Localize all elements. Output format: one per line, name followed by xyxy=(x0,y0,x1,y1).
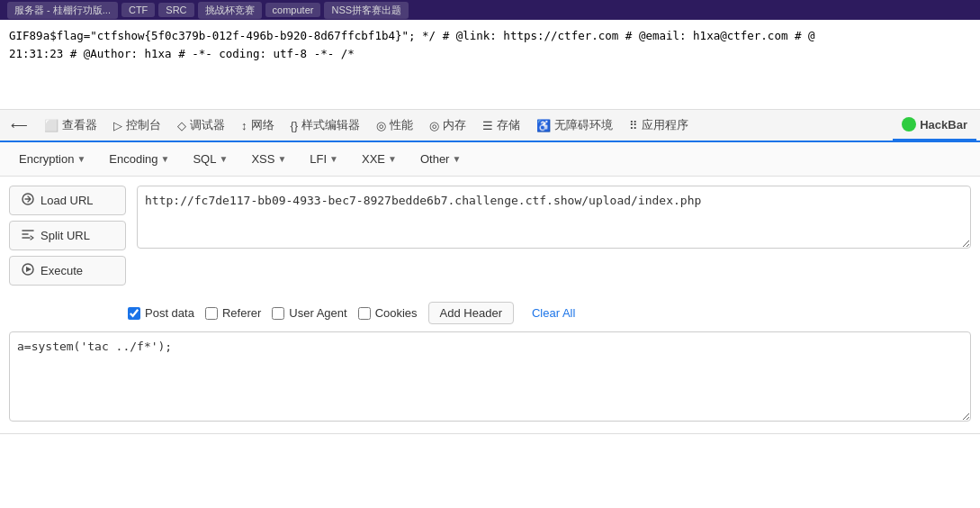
network-icon: ↕ xyxy=(241,119,247,132)
devtools-style-editor-tab[interactable]: {} 样式编辑器 xyxy=(283,112,368,139)
devtools-back-btn[interactable]: ⟵ xyxy=(4,112,35,139)
browser-tab-1[interactable]: 服务器 - 桂棚行功版... xyxy=(7,2,118,19)
sidebar-buttons: Load URL Split URL Execu xyxy=(9,186,126,286)
menu-bar: Encryption ▼ Encoding ▼ SQL ▼ XSS ▼ LFI … xyxy=(0,142,980,177)
browser-tab-2[interactable]: CTF xyxy=(121,3,155,17)
menu-lfi[interactable]: LFI ▼ xyxy=(300,148,348,170)
post-data-checkbox[interactable] xyxy=(128,307,140,320)
code-display: GIF89a$flag="ctfshow{5f0c379b-012f-496b-… xyxy=(0,20,980,110)
devtools-storage-tab[interactable]: ☰ 存储 xyxy=(475,112,527,139)
browser-tab-5[interactable]: computer xyxy=(265,3,321,17)
code-line-1: GIF89a$flag="ctfshow{5f0c379b-012f-496b-… xyxy=(9,27,971,45)
hackbar-tab[interactable]: HackBar xyxy=(893,110,976,141)
performance-icon: ◎ xyxy=(376,119,386,132)
browser-tab-6[interactable]: NSS拼客赛出题 xyxy=(324,2,409,19)
console-icon: ▷ xyxy=(113,119,122,132)
menu-encryption[interactable]: Encryption ▼ xyxy=(9,148,95,170)
menu-sql[interactable]: SQL ▼ xyxy=(183,148,238,170)
menu-other[interactable]: Other ▼ xyxy=(410,148,471,170)
back-icon: ⟵ xyxy=(11,119,28,132)
devtools-memory-tab[interactable]: ◎ 内存 xyxy=(422,112,473,139)
xxe-arrow-icon: ▼ xyxy=(388,154,397,164)
encryption-arrow-icon: ▼ xyxy=(76,154,85,164)
user-agent-checkbox[interactable] xyxy=(272,307,284,320)
referer-checkbox-label[interactable]: Referer xyxy=(205,306,261,320)
code-line-2: 21:31:23 # @Author: h1xa # -*- coding: u… xyxy=(9,45,971,63)
split-url-icon xyxy=(21,227,35,244)
svg-marker-2 xyxy=(26,267,31,272)
devtools-console-tab[interactable]: ▷ 控制台 xyxy=(106,112,168,139)
debugger-icon: ◇ xyxy=(177,119,186,132)
encoding-arrow-icon: ▼ xyxy=(161,154,170,164)
devtools-inspector-tab[interactable]: ⬜ 查看器 xyxy=(37,112,104,139)
inspector-icon: ⬜ xyxy=(44,119,58,132)
sql-arrow-icon: ▼ xyxy=(219,154,228,164)
application-icon: ⠿ xyxy=(629,119,638,132)
devtools-performance-tab[interactable]: ◎ 性能 xyxy=(369,112,420,139)
devtools-accessibility-tab[interactable]: ♿ 无障碍环境 xyxy=(529,112,620,139)
cookies-checkbox[interactable] xyxy=(358,307,371,320)
url-input[interactable] xyxy=(137,186,971,249)
storage-icon: ☰ xyxy=(482,119,493,132)
options-row: Post data Referer User Agent Cookies Add… xyxy=(0,302,980,324)
add-header-button[interactable]: Add Header xyxy=(428,302,514,324)
hackbar-panel: Encryption ▼ Encoding ▼ SQL ▼ XSS ▼ LFI … xyxy=(0,142,980,434)
user-agent-checkbox-label[interactable]: User Agent xyxy=(272,306,346,320)
accessibility-icon: ♿ xyxy=(536,119,551,132)
lfi-arrow-icon: ▼ xyxy=(329,154,338,164)
browser-tab-4[interactable]: 挑战杯竞赛 xyxy=(198,2,262,19)
load-url-button[interactable]: Load URL xyxy=(9,186,126,215)
clear-all-button[interactable]: Clear All xyxy=(525,303,582,323)
execute-button[interactable]: Execute xyxy=(9,256,126,286)
load-url-icon xyxy=(21,192,35,209)
menu-xxe[interactable]: XXE ▼ xyxy=(352,148,407,170)
memory-icon: ◎ xyxy=(429,119,439,132)
execute-icon xyxy=(21,262,35,279)
post-data-area xyxy=(9,331,971,424)
menu-encoding[interactable]: Encoding ▼ xyxy=(99,148,179,170)
hackbar-main-content: Load URL Split URL Execu xyxy=(0,177,980,295)
referer-checkbox[interactable] xyxy=(205,307,218,320)
other-arrow-icon: ▼ xyxy=(452,154,461,164)
split-url-button[interactable]: Split URL xyxy=(9,221,126,250)
devtools-network-tab[interactable]: ↕ 网络 xyxy=(234,112,282,139)
xss-arrow-icon: ▼ xyxy=(277,154,286,164)
style-editor-icon: {} xyxy=(291,119,299,132)
devtools-debugger-tab[interactable]: ◇ 调试器 xyxy=(170,112,232,139)
post-data-checkbox-label[interactable]: Post data xyxy=(128,306,194,320)
browser-bar: 服务器 - 桂棚行功版... CTF SRC 挑战杯竞赛 computer NS… xyxy=(0,0,980,20)
devtools-toolbar: ⟵ ⬜ 查看器 ▷ 控制台 ◇ 调试器 ↕ 网络 {} 样式编辑器 ◎ 性能 ◎… xyxy=(0,110,980,142)
url-area xyxy=(137,186,971,251)
hackbar-dot-icon xyxy=(902,117,916,132)
menu-xss[interactable]: XSS ▼ xyxy=(241,148,296,170)
browser-tab-3[interactable]: SRC xyxy=(158,3,193,17)
browser-tabs: 服务器 - 桂棚行功版... CTF SRC 挑战杯竞赛 computer NS… xyxy=(7,2,409,19)
devtools-application-tab[interactable]: ⠿ 应用程序 xyxy=(622,112,696,139)
cookies-checkbox-label[interactable]: Cookies xyxy=(358,306,418,320)
post-data-input[interactable] xyxy=(9,331,971,422)
